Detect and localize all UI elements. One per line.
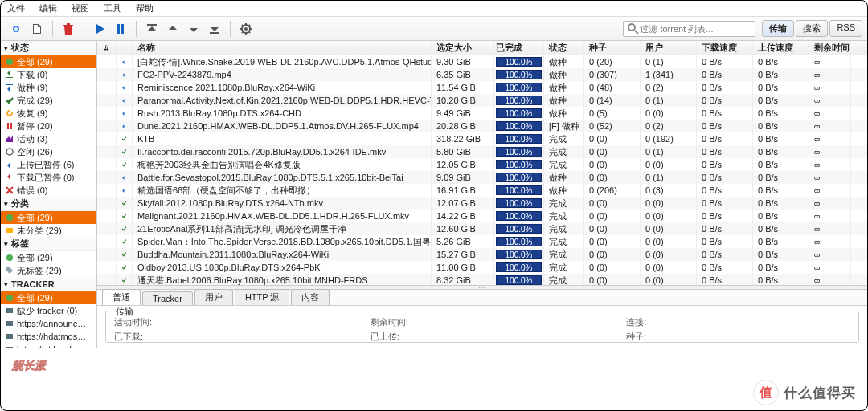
table-header: # 名称 选定大小 已完成 状态 种子 用户 下载速度 上传速度 剩余时间 — [97, 41, 867, 55]
sidebar-item[interactable]: 恢复 (9) — [1, 107, 96, 120]
row-size: 5.26 GiB — [432, 235, 494, 248]
dtab-http[interactable]: HTTP 源 — [235, 289, 290, 305]
row-status: 做种 — [544, 55, 584, 68]
table-row[interactable]: FC2-PPV-2243879.mp46.35 GiB100.0%做种0 (30… — [97, 68, 867, 81]
menu-file[interactable]: 文件 — [7, 2, 25, 14]
search-input[interactable] — [640, 24, 751, 34]
settings-button[interactable] — [237, 20, 255, 38]
torrent-list[interactable]: [白蛇传·情].White.Snake.2019.WEB-DL.2160p.AV… — [97, 55, 867, 285]
row-peers: 0 (2) — [641, 81, 697, 94]
sidebar-item[interactable]: 下载 (0) — [1, 68, 96, 81]
sidebar-item[interactable]: 空闲 (26) — [1, 145, 96, 158]
move-top-button[interactable] — [143, 20, 161, 38]
dtab-general[interactable]: 普通 — [102, 289, 141, 305]
svg-point-2 — [628, 24, 635, 31]
col-dlspeed[interactable]: 下载速度 — [697, 41, 753, 55]
table-row[interactable]: Skyfall.2012.1080p.BluRay.DTS.x264-NTb.m… — [97, 197, 867, 210]
row-ulspeed: 0 B/s — [753, 81, 809, 94]
sidebar-item[interactable]: 暂停 (20) — [1, 120, 96, 132]
table-row[interactable]: Spider.Man：Into.The.Spider.Verse.2018.BD… — [97, 235, 867, 248]
row-dlspeed: 0 B/s — [697, 120, 753, 132]
start-button[interactable] — [91, 20, 108, 38]
sidebar-item[interactable]: 未分类 (29) — [1, 224, 96, 237]
sidebar-item[interactable]: 上传已暂停 (6) — [1, 158, 96, 171]
col-number[interactable]: # — [97, 41, 117, 55]
sidebar-item[interactable]: 活动 (3) — [1, 132, 96, 145]
table-row[interactable]: [白蛇传·情].White.Snake.2019.WEB-DL.2160p.AV… — [97, 55, 867, 68]
col-eta[interactable]: 剩余时间 — [809, 41, 851, 55]
sidebar-item[interactable]: 做种 (9) — [1, 81, 96, 94]
sidebar-item[interactable]: 全部 (29) — [1, 291, 96, 304]
row-size: 9.49 GiB — [432, 107, 494, 120]
menu-tools[interactable]: 工具 — [104, 2, 121, 14]
menu-help[interactable]: 帮助 — [136, 2, 154, 14]
sidebar-section-header[interactable]: 状态 — [1, 41, 96, 55]
col-name[interactable]: 名称 — [133, 41, 432, 55]
move-bottom-button[interactable] — [206, 20, 223, 38]
col-state[interactable] — [117, 41, 133, 55]
sidebar-item[interactable]: https://announc… — [1, 317, 96, 330]
table-row[interactable]: Buddha.Mountain.2011.1080p.BluRay.x264-W… — [97, 248, 867, 261]
pause-button[interactable] — [112, 20, 129, 38]
sidebar-item[interactable]: https://pt.btsch… — [1, 343, 96, 348]
move-down-button[interactable] — [185, 20, 203, 38]
row-dlspeed: 0 B/s — [697, 210, 753, 222]
table-row[interactable]: Reminiscence.2021.1080p.BluRay.x264-WiKi… — [97, 81, 867, 94]
table-row[interactable]: KTB-318.22 GiB100.0%完成0 (0)0 (192)0 B/s0… — [97, 132, 867, 145]
row-state-icon — [117, 55, 133, 68]
dtab-content[interactable]: 内容 — [291, 289, 330, 305]
sidebar-item-icon — [6, 254, 14, 262]
sidebar-item[interactable]: https://hdatmos… — [1, 330, 96, 343]
menu-view[interactable]: 视图 — [72, 2, 89, 14]
search-box[interactable] — [623, 21, 755, 37]
table-row[interactable]: 精选国语66部（硬盘空间不够了，出种即撤）16.91 GiB100.0%做种0 … — [97, 184, 867, 197]
col-size[interactable]: 选定大小 — [432, 41, 494, 55]
row-name: 梅艳芳2003经典金曲告别演唱会4K修复版 — [133, 158, 432, 171]
sidebar-item-icon — [6, 58, 14, 66]
sidebar-section-header[interactable]: 标签 — [1, 237, 96, 251]
row-eta: ∞ — [809, 197, 851, 210]
table-row[interactable]: Oldboy.2013.US.1080p.BluRay.DTS.x264-PbK… — [97, 261, 867, 274]
sidebar-item[interactable]: 完成 (29) — [1, 94, 96, 107]
sidebar[interactable]: 状态全部 (29)下载 (0)做种 (9)完成 (29)恢复 (9)暂停 (20… — [1, 41, 97, 348]
row-dlspeed: 0 B/s — [697, 68, 753, 81]
sidebar-item[interactable]: 错误 (0) — [1, 184, 96, 197]
table-row[interactable]: Battle.for.Sevastopol.2015.BluRay.1080p.… — [97, 171, 867, 184]
col-peers[interactable]: 用户 — [641, 41, 697, 55]
row-progress: 100.0% — [494, 184, 544, 197]
table-row[interactable]: 梅艳芳2003经典金曲告别演唱会4K修复版12.05 GiB100.0%完成0 … — [97, 158, 867, 171]
add-file-button[interactable] — [28, 20, 46, 38]
table-row[interactable]: Dune.2021.2160p.HMAX.WEB-DL.DDP5.1.Atmos… — [97, 120, 867, 132]
table-row[interactable]: Malignant.2021.2160p.HMAX.WEB-DL.DD5.1.H… — [97, 210, 867, 222]
row-state-icon — [117, 132, 133, 145]
dtab-peers[interactable]: 用户 — [194, 289, 233, 305]
tab-transfers[interactable]: 传输 — [762, 20, 794, 37]
remove-button[interactable] — [59, 20, 77, 38]
col-seeds[interactable]: 种子 — [584, 41, 641, 55]
row-state-icon — [117, 222, 133, 235]
sidebar-item[interactable]: 缺少 tracker (0) — [1, 304, 96, 317]
table-row[interactable]: Il.racconto.dei.racconti.2015.720p.BluRa… — [97, 145, 867, 158]
add-link-button[interactable] — [7, 20, 25, 38]
move-up-button[interactable] — [164, 20, 182, 38]
sidebar-section-header[interactable]: 分类 — [1, 197, 96, 211]
svg-point-5 — [6, 214, 13, 221]
tab-search[interactable]: 搜索 — [796, 20, 828, 37]
row-progress: 100.0% — [494, 132, 544, 145]
col-done[interactable]: 已完成 — [494, 41, 544, 55]
col-status[interactable]: 状态 — [544, 41, 584, 55]
sidebar-item[interactable]: 全部 (29) — [1, 55, 96, 68]
table-row[interactable]: Paranormal.Activity.Next.of.Kin.2021.216… — [97, 94, 867, 107]
col-ulspeed[interactable]: 上传速度 — [753, 41, 809, 55]
sidebar-item[interactable]: 全部 (29) — [1, 211, 96, 224]
sidebar-item[interactable]: 全部 (29) — [1, 251, 96, 264]
table-row[interactable]: Rush.2013.BluRay.1080p.DTS.x264-CHD9.49 … — [97, 107, 867, 120]
dtab-tracker[interactable]: Tracker — [142, 291, 193, 305]
menu-edit[interactable]: 编辑 — [39, 2, 57, 14]
table-row[interactable]: 21EroticAnal系列11部高清[无水印] 调光冷色调屋干净12.60 G… — [97, 222, 867, 235]
sidebar-section-header[interactable]: TRACKER — [1, 277, 96, 291]
row-size: 10.20 GiB — [432, 94, 494, 107]
tab-rss[interactable]: RSS — [829, 20, 862, 37]
sidebar-item[interactable]: 下载已暂停 (0) — [1, 171, 96, 184]
sidebar-item[interactable]: 无标签 (29) — [1, 264, 96, 277]
